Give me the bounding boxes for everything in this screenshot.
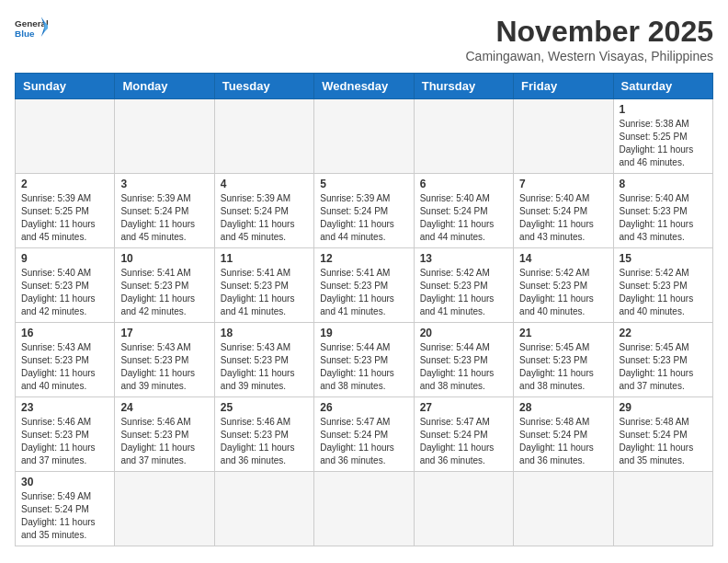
cell-info: Sunrise: 5:43 AM Sunset: 5:23 PM Dayligh…: [221, 341, 308, 393]
day-number: 4: [221, 178, 308, 190]
calendar-cell: 20Sunrise: 5:44 AM Sunset: 5:23 PM Dayli…: [414, 323, 513, 397]
day-number: 21: [519, 327, 607, 339]
day-number: 8: [620, 178, 707, 190]
cell-info: Sunrise: 5:44 AM Sunset: 5:23 PM Dayligh…: [320, 341, 407, 393]
calendar-cell: 26Sunrise: 5:47 AM Sunset: 5:24 PM Dayli…: [314, 397, 414, 472]
calendar-cell: 15Sunrise: 5:42 AM Sunset: 5:23 PM Dayli…: [613, 248, 712, 323]
cell-info: Sunrise: 5:39 AM Sunset: 5:24 PM Dayligh…: [221, 192, 308, 244]
calendar-cell: 5Sunrise: 5:39 AM Sunset: 5:24 PM Daylig…: [314, 174, 414, 248]
day-number: 18: [221, 327, 308, 339]
cell-info: Sunrise: 5:43 AM Sunset: 5:23 PM Dayligh…: [21, 341, 108, 393]
calendar-week-row: 1Sunrise: 5:38 AM Sunset: 5:25 PM Daylig…: [16, 99, 713, 174]
day-number: 7: [519, 178, 607, 190]
day-number: 25: [221, 401, 308, 414]
day-number: 1: [620, 103, 707, 116]
calendar-cell: 13Sunrise: 5:42 AM Sunset: 5:23 PM Dayli…: [414, 248, 513, 323]
cell-info: Sunrise: 5:48 AM Sunset: 5:24 PM Dayligh…: [620, 416, 707, 467]
day-header-friday: Friday: [514, 74, 613, 99]
calendar-cell: 22Sunrise: 5:45 AM Sunset: 5:23 PM Dayli…: [613, 323, 712, 397]
calendar-week-row: 23Sunrise: 5:46 AM Sunset: 5:23 PM Dayli…: [16, 397, 713, 472]
calendar-cell: 29Sunrise: 5:48 AM Sunset: 5:24 PM Dayli…: [613, 397, 712, 472]
title-block: November 2025 Camingawan, Western Visaya…: [465, 15, 713, 63]
day-number: 26: [320, 401, 407, 414]
calendar-cell: 4Sunrise: 5:39 AM Sunset: 5:24 PM Daylig…: [214, 174, 313, 248]
location: Camingawan, Western Visayas, Philippines: [465, 49, 713, 63]
calendar-cell: [214, 99, 313, 174]
logo: General Blue: [15, 15, 48, 40]
day-number: 9: [21, 252, 108, 265]
calendar-cell: 30Sunrise: 5:49 AM Sunset: 5:24 PM Dayli…: [16, 472, 115, 546]
cell-info: Sunrise: 5:45 AM Sunset: 5:23 PM Dayligh…: [620, 341, 707, 393]
calendar-cell: 11Sunrise: 5:41 AM Sunset: 5:23 PM Dayli…: [214, 248, 313, 323]
day-header-wednesday: Wednesday: [314, 74, 414, 99]
cell-info: Sunrise: 5:44 AM Sunset: 5:23 PM Dayligh…: [420, 341, 507, 393]
calendar-week-row: 30Sunrise: 5:49 AM Sunset: 5:24 PM Dayli…: [16, 472, 713, 546]
cell-info: Sunrise: 5:39 AM Sunset: 5:25 PM Dayligh…: [21, 192, 108, 244]
cell-info: Sunrise: 5:41 AM Sunset: 5:23 PM Dayligh…: [221, 267, 308, 318]
day-number: 11: [221, 252, 308, 265]
cell-info: Sunrise: 5:47 AM Sunset: 5:24 PM Dayligh…: [420, 416, 507, 467]
month-title: November 2025: [465, 15, 713, 49]
cell-info: Sunrise: 5:46 AM Sunset: 5:23 PM Dayligh…: [221, 416, 308, 467]
day-number: 28: [519, 401, 607, 414]
cell-info: Sunrise: 5:40 AM Sunset: 5:23 PM Dayligh…: [21, 267, 108, 318]
calendar-cell: 25Sunrise: 5:46 AM Sunset: 5:23 PM Dayli…: [214, 397, 313, 472]
day-header-sunday: Sunday: [16, 74, 115, 99]
calendar-cell: 18Sunrise: 5:43 AM Sunset: 5:23 PM Dayli…: [214, 323, 313, 397]
calendar-cell: [414, 99, 513, 174]
day-number: 17: [120, 327, 208, 339]
calendar-week-row: 9Sunrise: 5:40 AM Sunset: 5:23 PM Daylig…: [16, 248, 713, 323]
day-number: 24: [120, 401, 208, 414]
calendar-cell: 14Sunrise: 5:42 AM Sunset: 5:23 PM Dayli…: [514, 248, 613, 323]
day-number: 30: [21, 476, 108, 488]
calendar-cell: [314, 472, 414, 546]
calendar-cell: 23Sunrise: 5:46 AM Sunset: 5:23 PM Dayli…: [16, 397, 115, 472]
calendar-cell: 16Sunrise: 5:43 AM Sunset: 5:23 PM Dayli…: [16, 323, 115, 397]
cell-info: Sunrise: 5:45 AM Sunset: 5:23 PM Dayligh…: [519, 341, 607, 393]
calendar-cell: 8Sunrise: 5:40 AM Sunset: 5:23 PM Daylig…: [613, 174, 712, 248]
calendar-cell: [514, 99, 613, 174]
calendar-cell: 1Sunrise: 5:38 AM Sunset: 5:25 PM Daylig…: [613, 99, 712, 174]
day-header-thursday: Thursday: [414, 74, 513, 99]
day-number: 20: [420, 327, 507, 339]
day-header-monday: Monday: [115, 74, 214, 99]
day-number: 3: [120, 178, 208, 190]
cell-info: Sunrise: 5:42 AM Sunset: 5:23 PM Dayligh…: [620, 267, 707, 318]
calendar-cell: 9Sunrise: 5:40 AM Sunset: 5:23 PM Daylig…: [16, 248, 115, 323]
cell-info: Sunrise: 5:40 AM Sunset: 5:23 PM Dayligh…: [620, 192, 707, 244]
calendar-cell: [16, 99, 115, 174]
calendar-header-row: SundayMondayTuesdayWednesdayThursdayFrid…: [16, 74, 713, 99]
cell-info: Sunrise: 5:40 AM Sunset: 5:24 PM Dayligh…: [420, 192, 507, 244]
calendar-cell: 12Sunrise: 5:41 AM Sunset: 5:23 PM Dayli…: [314, 248, 414, 323]
calendar-cell: 19Sunrise: 5:44 AM Sunset: 5:23 PM Dayli…: [314, 323, 414, 397]
calendar-cell: 21Sunrise: 5:45 AM Sunset: 5:23 PM Dayli…: [514, 323, 613, 397]
page-header: General Blue November 2025 Camingawan, W…: [15, 15, 713, 63]
cell-info: Sunrise: 5:48 AM Sunset: 5:24 PM Dayligh…: [519, 416, 607, 467]
calendar-cell: [115, 99, 214, 174]
cell-info: Sunrise: 5:39 AM Sunset: 5:24 PM Dayligh…: [120, 192, 208, 244]
calendar-cell: 27Sunrise: 5:47 AM Sunset: 5:24 PM Dayli…: [414, 397, 513, 472]
calendar-table: SundayMondayTuesdayWednesdayThursdayFrid…: [15, 73, 713, 546]
day-number: 12: [320, 252, 407, 265]
svg-text:Blue: Blue: [15, 29, 35, 39]
calendar-cell: 7Sunrise: 5:40 AM Sunset: 5:24 PM Daylig…: [514, 174, 613, 248]
cell-info: Sunrise: 5:46 AM Sunset: 5:23 PM Dayligh…: [21, 416, 108, 467]
cell-info: Sunrise: 5:49 AM Sunset: 5:24 PM Dayligh…: [21, 490, 108, 542]
day-number: 23: [21, 401, 108, 414]
day-number: 27: [420, 401, 507, 414]
cell-info: Sunrise: 5:42 AM Sunset: 5:23 PM Dayligh…: [420, 267, 507, 318]
day-number: 22: [620, 327, 707, 339]
day-number: 13: [420, 252, 507, 265]
day-number: 15: [620, 252, 707, 265]
day-number: 5: [320, 178, 407, 190]
day-number: 14: [519, 252, 607, 265]
day-number: 10: [120, 252, 208, 265]
calendar-cell: [115, 472, 214, 546]
cell-info: Sunrise: 5:40 AM Sunset: 5:24 PM Dayligh…: [519, 192, 607, 244]
calendar-cell: 24Sunrise: 5:46 AM Sunset: 5:23 PM Dayli…: [115, 397, 214, 472]
cell-info: Sunrise: 5:41 AM Sunset: 5:23 PM Dayligh…: [120, 267, 208, 318]
cell-info: Sunrise: 5:42 AM Sunset: 5:23 PM Dayligh…: [519, 267, 607, 318]
calendar-cell: [514, 472, 613, 546]
calendar-cell: [214, 472, 313, 546]
calendar-cell: [314, 99, 414, 174]
